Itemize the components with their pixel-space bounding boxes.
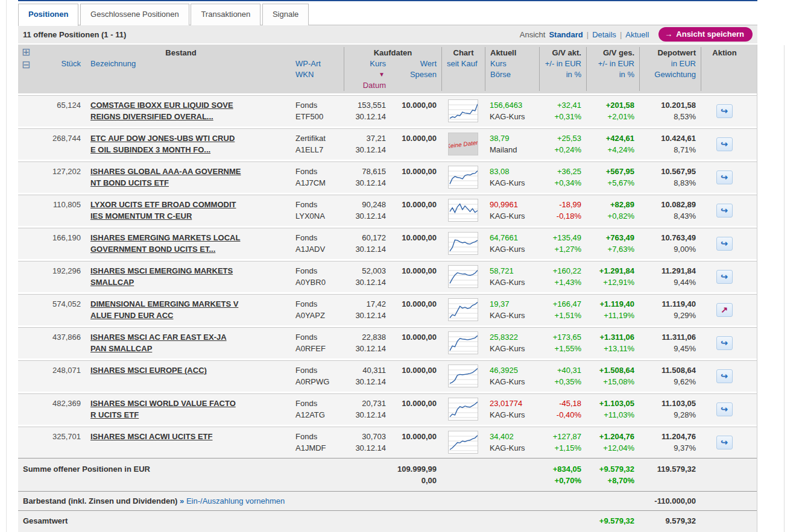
tab-transaktionen[interactable]: Transaktionen [191,4,260,25]
wp-art-wkn: FondsA12ATG [291,398,344,421]
action-button[interactable]: ↪ [716,104,733,118]
aktuell-kurs-boerse: 19,37KAG-Kurs [485,298,539,321]
mini-chart[interactable] [441,298,485,321]
aktion-cell: ↪ [701,431,748,454]
deposit-withdraw-link[interactable]: Ein-/Auszahlung vornehmen [186,496,285,505]
table-row: 127,202 ISHARES GLOBAL AAA-AA GOVERNMENT… [18,161,757,193]
action-button[interactable]: ↗ [716,303,733,317]
gv-akt: +166,47+1,51% [539,298,586,321]
position-name: ISHARES EMERGING MARKETS LOCALGOVERNMENT… [86,232,291,255]
sort-desc-icon[interactable]: ▼ [349,69,385,80]
collapse-all-icon[interactable]: ⊟ [22,60,30,70]
position-name-link[interactable]: ISHARES MSCI AC FAR EAST EX-JAPAN SMALLC… [90,331,286,354]
aktuell-kurs-boerse: 83,08KAG-Kurs [485,166,539,189]
mini-chart[interactable] [441,398,485,421]
wert-spesen: 10.000,00 [391,398,441,421]
position-name-link[interactable]: DIMENSIONAL EMERGING MARKETS VALUE FUND … [90,298,286,321]
table-row: 65,124 COMSTAGE IBOXX EUR LIQUID SOVEREI… [18,95,757,127]
action-button[interactable]: ↪ [716,369,733,383]
position-name: ETC AUF DOW JONES-UBS WTI CRUDE OIL SUBI… [86,133,291,155]
aktuell-kurs-boerse: 23,01774KAG-Kurs [485,398,539,421]
col-header-kurs-boerse[interactable]: KursBörse [485,58,539,91]
position-name-link[interactable]: ISHARES GLOBAL AAA-AA GOVERNMENT BOND UC… [90,166,286,189]
mini-chart[interactable] [441,199,485,222]
action-button[interactable]: ↪ [716,204,733,217]
col-header-gv-akt-sub[interactable]: +/- in EURin % [539,58,586,91]
cash-balance-value: -110.000,00 [639,495,701,507]
kurs-datum: 40,31130.12.14 [344,365,391,387]
action-button[interactable]: ↪ [716,137,733,151]
wert-spesen: 10.000,00 [391,331,441,354]
mini-chart[interactable] [441,166,485,189]
jump-arrow-icon: ↪ [721,339,728,347]
sparkline-chart-icon [448,99,478,122]
shares-count: 437,866 [18,331,86,354]
tab-positionen[interactable]: Positionen [18,4,78,26]
kurs-datum: 60,17230.12.14 [344,232,391,255]
table-row: 192,296 ISHARES MSCI EMERGING MARKETSSMA… [18,261,757,292]
mini-chart[interactable] [441,331,485,354]
wp-art-wkn: FondsA0YAPZ [291,298,344,321]
jump-arrow-icon: ↪ [721,140,728,148]
table-body: 65,124 COMSTAGE IBOXX EUR LIQUID SOVEREI… [18,95,757,458]
position-name-link[interactable]: ISHARES MSCI WORLD VALUE FACTOR UCITS ET… [90,398,286,421]
col-header-depotwert-sub[interactable]: in EURGewichtung [639,58,701,91]
kurs-datum: 17,4230.12.14 [344,298,391,321]
position-name-link[interactable]: ETC AUF DOW JONES-UBS WTI CRUDE OIL SUBI… [90,133,286,155]
mini-chart[interactable] [441,365,485,387]
mini-chart[interactable] [441,99,485,122]
col-header-wert-spesen[interactable]: WertSpesen [391,58,441,91]
jump-arrow-icon: ↪ [721,405,728,413]
col-header-wpart-wkn[interactable]: WP-ArtWKN [291,58,344,91]
cash-balance-label: Barbestand (inkl. Zinsen und Dividenden)… [18,495,485,507]
view-details-link[interactable]: Details [592,30,616,39]
expand-all-icon[interactable]: ⊞ [22,47,30,57]
position-name-link[interactable]: ISHARES MSCI EUROPE (ACC) [90,365,286,376]
position-name-link[interactable]: ISHARES EMERGING MARKETS LOCALGOVERNMENT… [90,232,286,255]
position-name-link[interactable]: ISHARES MSCI EMERGING MARKETSSMALLCAP [90,265,286,288]
table-row: 166,190 ISHARES EMERGING MARKETS LOCALGO… [18,228,757,259]
action-button[interactable]: ↪ [716,436,733,449]
view-aktuell-link[interactable]: Aktuell [625,30,649,39]
action-button[interactable]: ↪ [716,237,733,251]
mini-chart[interactable]: Keine Daten [441,133,485,155]
table-row: 248,071 ISHARES MSCI EUROPE (ACC) FondsA… [18,360,757,392]
jump-arrow-icon: ↪ [721,107,728,115]
shares-count: 110,805 [18,199,86,222]
kurs-datum: 37,2130.12.14 [344,133,391,155]
action-button[interactable]: ↪ [716,402,733,416]
tab-geschlossene-positionen[interactable]: Geschlossene Positionen [80,4,189,25]
wp-art-wkn: FondsA1J7CM [291,166,344,189]
position-name-link[interactable]: ISHARES MSCI ACWI UCITS ETF [90,431,286,442]
sparkline-chart-icon [448,265,478,288]
mini-chart[interactable] [441,232,485,255]
tab-signale[interactable]: Signale [262,4,309,25]
sparkline-chart-icon [448,298,478,321]
aktuell-kurs-boerse: 46,3925KAG-Kurs [485,365,539,387]
col-header-gv-ges-sub[interactable]: +/- in EURin % [586,58,639,91]
position-name-link[interactable]: LYXOR UCITS ETF BROAD COMMODITIES MOMENT… [90,199,286,222]
col-header-kurs-datum[interactable]: Kurs ▼Datum [344,58,391,91]
action-button[interactable]: ↪ [716,270,733,284]
shares-count: 166,190 [18,232,86,255]
sum-label: Summe offener Positionen in EUR [18,463,344,486]
wp-art-wkn: FondsA1JADV [291,232,344,255]
view-standard-link[interactable]: Standard [549,30,583,39]
action-button[interactable]: ↪ [716,171,733,184]
position-name-link[interactable]: COMSTAGE IBOXX EUR LIQUID SOVEREIGNS DIV… [90,99,286,122]
portfolio-page: Positionen Geschlossene Positionen Trans… [0,0,802,532]
mini-chart[interactable] [441,265,485,288]
mini-chart[interactable] [441,431,485,454]
save-view-button[interactable]: → Ansicht speichern [658,27,753,42]
aktuell-kurs-boerse: 25,8322KAG-Kurs [485,331,539,354]
col-group-chart: Chart [441,47,485,58]
depotwert-gewichtung: 11.508,649,62% [639,365,701,387]
aktion-cell: ↪ [701,166,748,189]
cash-balance-row: Barbestand (inkl. Zinsen und Dividenden)… [18,491,757,510]
table-row: 437,866 ISHARES MSCI AC FAR EAST EX-JAPA… [18,327,757,358]
chevrons-icon: » [180,496,184,505]
aktuell-kurs-boerse: 38,79Mailand [485,133,539,155]
action-button[interactable]: ↪ [716,336,733,350]
aktion-cell: ↗ [701,298,748,321]
col-header-bezeichnung[interactable]: Bezeichnung [86,58,291,91]
